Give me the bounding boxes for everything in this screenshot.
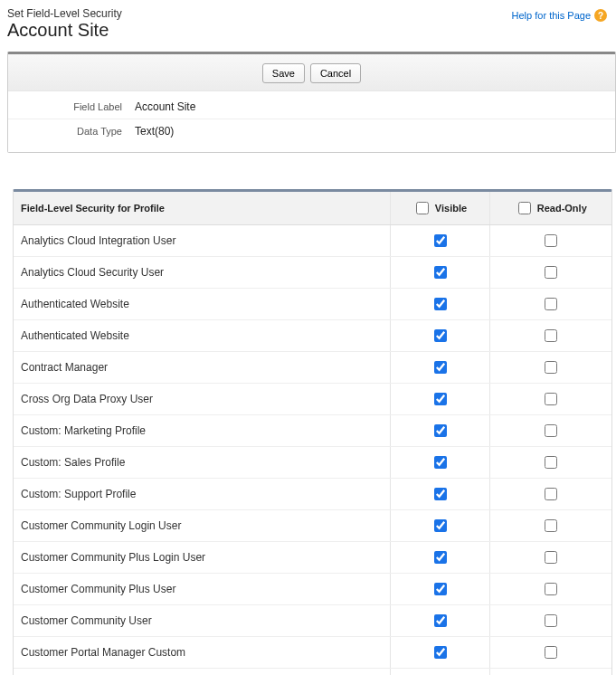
profile-name: Authenticated Website [14,320,390,352]
visible-checkbox[interactable] [434,488,447,500]
table-row: Authenticated Website [14,289,611,320]
visible-checkbox[interactable] [434,424,447,437]
select-all-visible-checkbox[interactable] [416,202,429,214]
readonly-checkbox[interactable] [545,583,557,595]
profile-name: Analytics Cloud Security User [14,257,390,289]
readonly-checkbox[interactable] [545,361,557,374]
profile-name: Customer Community Plus Login User [14,542,390,574]
readonly-checkbox[interactable] [545,488,557,500]
visible-checkbox[interactable] [434,646,447,659]
profiles-panel: Field-Level Security for Profile Visible… [13,189,612,675]
col-header-visible: Visible [435,203,467,214]
profile-name: Contract Manager [14,352,390,384]
profile-name: Custom: Sales Profile [14,447,390,479]
table-row: Custom: Marketing Profile [14,415,611,447]
data-type-key: Data Type [17,126,135,137]
profile-name: Customer Community User [14,605,390,637]
page-title: Account Site [7,20,122,41]
visible-checkbox[interactable] [434,298,447,310]
profile-name: Customer Community Plus User [14,574,390,605]
col-header-readonly: Read-Only [537,203,587,214]
readonly-checkbox[interactable] [545,646,557,659]
visible-checkbox[interactable] [434,266,447,279]
profile-name: Customer Community Login User [14,510,390,542]
visible-checkbox[interactable] [434,519,447,532]
save-button[interactable]: Save [262,63,305,83]
table-row: Custom: Sales Profile [14,447,611,479]
readonly-checkbox[interactable] [545,266,557,279]
visible-checkbox[interactable] [434,551,447,564]
table-row: Contract Manager [14,352,611,384]
table-row: Customer Community Login User [14,510,611,542]
profile-name: Custom: Marketing Profile [14,415,390,447]
profile-name: Customer Portal Manager Custom [14,637,390,669]
readonly-checkbox[interactable] [545,614,557,627]
visible-checkbox[interactable] [434,361,447,374]
visible-checkbox[interactable] [434,234,447,247]
table-row: Customer Community User [14,605,611,637]
readonly-checkbox[interactable] [545,298,557,310]
button-bar: Save Cancel [8,54,615,91]
readonly-checkbox[interactable] [545,456,557,469]
profile-name: Analytics Cloud Integration User [14,225,390,257]
table-row: Customer Portal Manager Standard [14,669,611,676]
help-icon: ? [594,9,607,22]
field-detail-panel: Save Cancel Field Label Account Site Dat… [7,52,616,153]
readonly-checkbox[interactable] [545,519,557,532]
table-row: Customer Community Plus User [14,574,611,605]
readonly-checkbox[interactable] [545,329,557,342]
readonly-checkbox[interactable] [545,234,557,247]
readonly-checkbox[interactable] [545,551,557,564]
table-row: Analytics Cloud Security User [14,257,611,289]
visible-checkbox[interactable] [434,583,447,595]
visible-checkbox[interactable] [434,456,447,469]
table-row: Customer Community Plus Login User [14,542,611,574]
visible-checkbox[interactable] [434,393,447,405]
field-label-key: Field Label [17,101,135,112]
table-row: Customer Portal Manager Custom [14,637,611,669]
help-link[interactable]: Help for this Page ? [512,9,607,22]
select-all-readonly-checkbox[interactable] [518,202,531,214]
profile-name: Custom: Support Profile [14,479,390,510]
col-header-profile: Field-Level Security for Profile [14,192,390,225]
readonly-checkbox[interactable] [545,393,557,405]
data-type-value: Text(80) [135,125,174,138]
cancel-button[interactable]: Cancel [310,63,361,83]
profile-name: Customer Portal Manager Standard [14,669,390,676]
page-subtitle: Set Field-Level Security [7,7,122,20]
profiles-table: Field-Level Security for Profile Visible… [14,192,611,675]
table-row: Cross Org Data Proxy User [14,384,611,415]
visible-checkbox[interactable] [434,614,447,627]
help-link-text: Help for this Page [512,10,591,21]
profile-name: Cross Org Data Proxy User [14,384,390,415]
visible-checkbox[interactable] [434,329,447,342]
readonly-checkbox[interactable] [545,424,557,437]
table-row: Authenticated Website [14,320,611,352]
profile-name: Authenticated Website [14,289,390,320]
table-row: Analytics Cloud Integration User [14,225,611,257]
table-row: Custom: Support Profile [14,479,611,510]
field-label-value: Account Site [135,100,195,113]
